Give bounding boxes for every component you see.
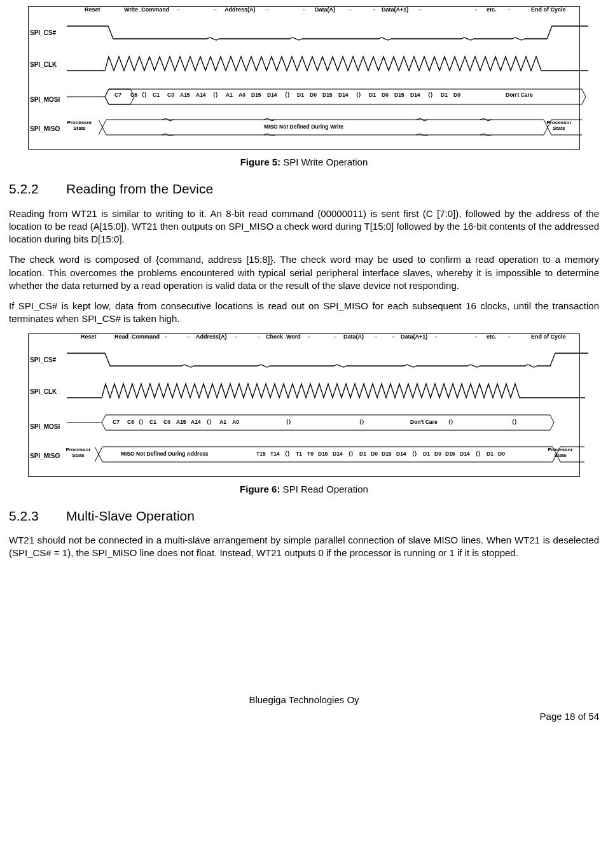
figure-6-diagram: Reset Read_Command → ← Address(A) → ← Ch… [28, 333, 580, 477]
figure-6-caption: Figure 6: SPI Read Operation [9, 483, 599, 496]
figure-5-diagram: Reset Write_Command → ← Address(A) → ← D… [28, 6, 580, 150]
signal-spi-cs: SPI_CS# [30, 29, 56, 38]
paragraph-5-2-2-c: If SPI_CS# is kept low, data from consec… [9, 300, 599, 326]
paragraph-5-2-2-a: Reading from WT21 is similar to writing … [9, 207, 599, 246]
paragraph-5-2-3-a: WT21 should not be connected in a multi-… [9, 534, 599, 560]
figure6-top-labels: Reset Read_Command → ← Address(A) → ← Ch… [29, 333, 579, 342]
signal-spi-miso: SPI_MISO [30, 452, 60, 461]
paragraph-5-2-2-b: The check word is composed of {command, … [9, 253, 599, 292]
figure5-top-labels: Reset Write_Command → ← Address(A) → ← D… [29, 6, 579, 15]
heading-5-2-2: 5.2.2Reading from the Device [9, 180, 599, 198]
footer-company: Bluegiga Technologies Oy [9, 694, 599, 706]
signal-spi-clk: SPI_CLK [30, 388, 57, 396]
signal-spi-miso: SPI_MISO [30, 125, 60, 134]
heading-5-2-3: 5.2.3Multi-Slave Operation [9, 507, 599, 525]
signal-spi-clk: SPI_CLK [30, 60, 57, 69]
signal-spi-mosi: SPI_MOSI [30, 95, 60, 104]
figure-5-caption: Figure 5: SPI Write Operation [9, 156, 599, 169]
signal-spi-mosi: SPI_MOSI [30, 423, 60, 431]
footer-page-number: Page 18 of 54 [9, 710, 599, 723]
signal-spi-cs: SPI_CS# [30, 356, 56, 365]
